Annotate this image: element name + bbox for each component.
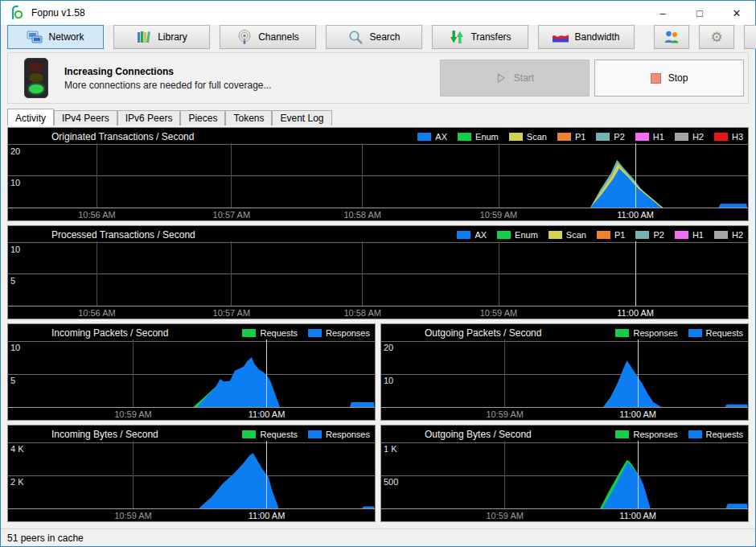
chart-plot: 10510:59 AM11:00 AM	[8, 339, 375, 420]
connection-status-text: Increasing Connections More connections …	[64, 66, 271, 91]
chart-title: Originated Transactions / Second	[51, 131, 194, 142]
legend-swatch	[308, 329, 322, 337]
play-icon	[495, 72, 507, 84]
bandwidth-button-label: Bandwidth	[574, 31, 619, 43]
svg-text:10: 10	[10, 343, 20, 352]
legend-swatch	[497, 231, 511, 239]
start-button[interactable]: Start	[440, 60, 590, 97]
main-toolbar: Network Library Channels	[1, 25, 755, 52]
chart-title: Outgoing Bytes / Second	[425, 429, 532, 440]
window-controls: – □ ✕	[644, 1, 755, 25]
chart-outgoing-packets: Outgoing Packets / Second ResponsesReque…	[380, 323, 749, 421]
legend-swatch	[457, 231, 470, 239]
legend-swatch	[675, 231, 688, 239]
tab-ipv6-peers[interactable]: IPv6 Peers	[117, 110, 181, 125]
maximize-icon[interactable]: □	[681, 1, 718, 25]
library-button[interactable]: Library	[113, 25, 210, 49]
legend-label: H1	[692, 230, 704, 240]
chart-plot: 10510:56 AM10:57 AM10:58 AM10:59 AM11:00…	[8, 241, 748, 319]
svg-text:10:57 AM: 10:57 AM	[213, 308, 250, 318]
legend-item-ax: AX	[417, 132, 447, 142]
traffic-light-icon	[24, 58, 48, 98]
chart-incoming-bytes: Incoming Bytes / Second RequestsResponse…	[7, 425, 376, 522]
svg-text:10:56 AM: 10:56 AM	[78, 308, 115, 318]
tab-ipv4-peers[interactable]: IPv4 Peers	[54, 110, 117, 125]
legend-swatch	[597, 231, 610, 239]
charts-area: Originated Transactions / Second AXEnumS…	[1, 125, 755, 528]
status-bar-text: 51 peers in cache	[7, 533, 84, 544]
legend-swatch	[557, 133, 571, 141]
minimize-icon[interactable]: –	[644, 1, 681, 25]
legend-swatch	[549, 231, 562, 239]
legend-item-scan: Scan	[509, 132, 547, 142]
svg-text:4 K: 4 K	[10, 444, 24, 454]
legend-item-h2: H2	[675, 132, 704, 142]
stop-button-label: Stop	[668, 72, 688, 84]
tab-activity[interactable]: Activity	[7, 109, 54, 125]
tab-event-log[interactable]: Event Log	[272, 110, 331, 125]
chart-title: Incoming Bytes / Second	[51, 429, 158, 440]
stop-button[interactable]: Stop	[594, 60, 744, 97]
legend-label: AX	[435, 132, 447, 142]
legend-label: Enum	[515, 230, 538, 240]
connection-status-message: More connections are needed for full cov…	[64, 80, 271, 91]
settings-button[interactable]: ⚙	[699, 25, 734, 49]
chart-originated-transactions: Originated Transactions / Second AXEnumS…	[7, 127, 749, 221]
legend-item-responses: Responses	[615, 328, 677, 338]
transfers-button[interactable]: Transfers	[432, 25, 528, 49]
legend-swatch	[615, 329, 629, 337]
svg-text:10:59 AM: 10:59 AM	[486, 511, 523, 520]
bandwidth-button[interactable]: Bandwidth	[538, 25, 635, 49]
app-window: Fopnu v1.58 – □ ✕ Network Library	[0, 0, 756, 547]
users-button[interactable]	[654, 25, 689, 49]
connection-status-title: Increasing Connections	[64, 66, 271, 77]
legend-item-p1: P1	[597, 230, 625, 240]
search-button[interactable]: Search	[326, 25, 422, 49]
legend-label: Scan	[566, 230, 586, 240]
legend-swatch	[635, 133, 649, 141]
tab-tokens[interactable]: Tokens	[225, 110, 272, 125]
network-icon	[27, 29, 43, 45]
legend-label: Responses	[633, 328, 677, 338]
chart-legend: RequestsResponses	[242, 328, 370, 338]
connection-buttons: Start Stop	[440, 60, 744, 97]
chart-incoming-packets: Incoming Packets / Second RequestsRespon…	[7, 323, 376, 421]
chart-title: Incoming Packets / Second	[51, 327, 168, 339]
close-icon[interactable]: ✕	[718, 1, 755, 25]
svg-text:10:58 AM: 10:58 AM	[343, 210, 380, 220]
legend-swatch	[242, 430, 256, 438]
svg-text:10: 10	[10, 245, 20, 254]
legend-label: Requests	[706, 430, 743, 439]
legend-label: Responses	[326, 328, 370, 338]
start-button-label: Start	[514, 72, 534, 84]
search-icon	[347, 29, 364, 45]
legend-label: P1	[575, 132, 585, 142]
chart-legend: AXEnumScanP1P2H1H2H3	[417, 132, 743, 142]
legend-item-requests: Requests	[688, 430, 743, 439]
legend-label: Responses	[633, 430, 677, 439]
legend-swatch	[675, 133, 688, 141]
svg-text:20: 20	[10, 146, 20, 156]
svg-text:10:58 AM: 10:58 AM	[343, 308, 380, 318]
search-button-label: Search	[369, 31, 400, 43]
connection-status-panel: Increasing Connections More connections …	[7, 52, 749, 104]
legend-label: P2	[653, 230, 664, 240]
tab-pieces[interactable]: Pieces	[180, 110, 225, 125]
channels-button[interactable]: Channels	[220, 25, 316, 49]
legend-swatch	[615, 430, 629, 438]
legend-swatch	[635, 231, 649, 239]
legend-item-requests: Requests	[242, 328, 297, 338]
legend-item-h1: H1	[635, 132, 664, 142]
legend-label: P1	[614, 230, 625, 240]
svg-text:10: 10	[384, 376, 393, 385]
legend-item-requests: Requests	[688, 328, 743, 338]
help-button[interactable]: ?	[744, 25, 756, 49]
view-tabs: Activity IPv4 Peers IPv6 Peers Pieces To…	[7, 109, 749, 125]
legend-swatch	[242, 329, 256, 337]
network-button[interactable]: Network	[7, 25, 104, 49]
stop-icon	[651, 73, 661, 84]
legend-swatch	[308, 430, 322, 438]
window-title: Fopnu v1.58	[31, 7, 85, 19]
chart-legend: RequestsResponses	[242, 430, 370, 439]
transfers-icon	[449, 29, 465, 45]
